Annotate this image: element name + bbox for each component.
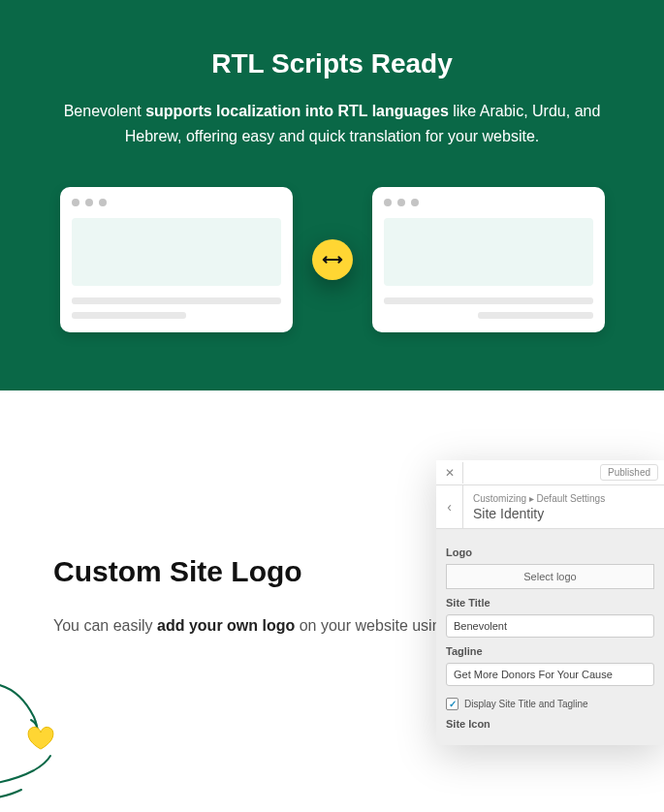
- ltr-mockup: [60, 187, 293, 332]
- text-line: [478, 312, 593, 319]
- published-badge: Published: [600, 464, 658, 481]
- rtl-description: Benevolent supports localization into RT…: [58, 99, 606, 148]
- mockups-row: [58, 187, 606, 332]
- hands-illustration: [0, 673, 107, 697]
- customizer-body: Logo Select logo Site Title Benevolent T…: [436, 529, 664, 697]
- breadcrumb: Customizing ▸ Default Settings Site Iden…: [463, 487, 615, 527]
- content-block: [384, 218, 593, 286]
- close-icon[interactable]: ✕: [436, 462, 463, 484]
- tagline-label: Tagline: [446, 645, 654, 657]
- text-line: [72, 297, 281, 304]
- select-logo-button[interactable]: Select logo: [446, 564, 654, 589]
- back-icon[interactable]: ‹: [436, 485, 463, 528]
- site-title-label: Site Title: [446, 597, 654, 609]
- window-dots: [72, 199, 281, 206]
- content-block: [72, 218, 281, 286]
- tagline-input[interactable]: Get More Donors For Your Cause: [446, 663, 654, 686]
- rtl-body: [384, 218, 593, 319]
- rtl-heading: RTL Scripts Ready: [58, 48, 606, 79]
- rtl-mockup: [372, 187, 605, 332]
- customizer-breadcrumb-row: ‹ Customizing ▸ Default Settings Site Id…: [436, 485, 664, 529]
- ltr-body: [72, 218, 281, 319]
- customizer-topbar: ✕ Published: [436, 460, 664, 485]
- breadcrumb-path: Customizing ▸ Default Settings: [473, 493, 605, 504]
- rtl-desc-bold: supports localization into RTL languages: [145, 103, 449, 119]
- rtl-section: RTL Scripts Ready Benevolent supports lo…: [0, 0, 664, 390]
- logo-label: Logo: [446, 547, 654, 558]
- text-line: [384, 297, 593, 304]
- window-dots: [384, 199, 593, 206]
- logo-desc-pre: You can easily: [53, 617, 157, 634]
- breadcrumb-current: Site Identity: [473, 506, 605, 521]
- text-line: [72, 312, 187, 319]
- logo-desc-bold: add your own logo: [157, 617, 295, 634]
- customizer-panel: ✕ Published ‹ Customizing ▸ Default Sett…: [436, 460, 664, 697]
- site-title-input[interactable]: Benevolent: [446, 614, 654, 638]
- swap-icon: [312, 239, 353, 280]
- rtl-desc-pre: Benevolent: [64, 103, 146, 119]
